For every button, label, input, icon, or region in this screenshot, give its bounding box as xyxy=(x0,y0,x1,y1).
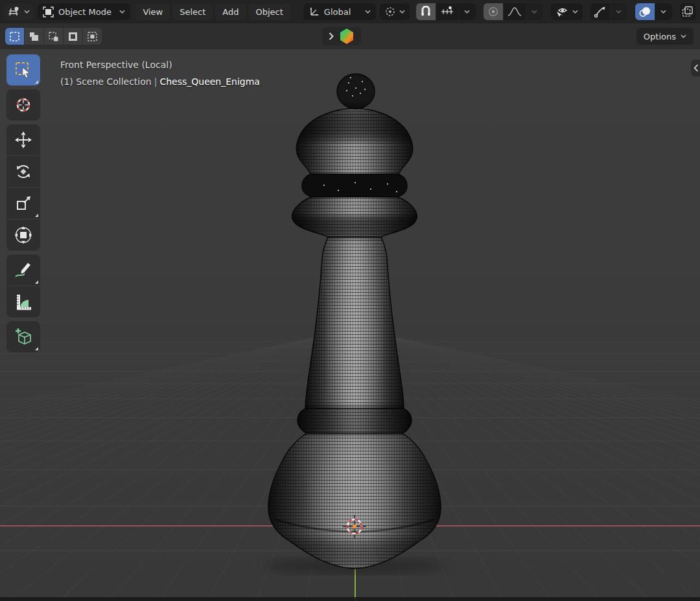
overlays-icon xyxy=(638,6,651,18)
visibility-eye-icon xyxy=(555,6,569,18)
chevron-right-icon xyxy=(329,32,334,40)
rotate-icon xyxy=(14,162,33,181)
chevron-down-icon xyxy=(365,10,371,14)
mesh-data-icon xyxy=(339,28,355,45)
viewport-header: Object Mode View Select Add Object Globa… xyxy=(0,0,700,23)
chevron-down-icon xyxy=(399,10,405,14)
falloff-curve-icon xyxy=(508,6,522,17)
tool-add-cube[interactable] xyxy=(6,321,40,352)
chevron-down-icon xyxy=(531,10,537,14)
viewport-bottom-edge xyxy=(0,597,700,601)
proportional-editing-toggle[interactable] xyxy=(484,3,503,20)
options-button[interactable]: Options xyxy=(636,28,694,45)
mode-label: Object Mode xyxy=(58,7,111,17)
select-mode-extend[interactable] xyxy=(25,28,43,45)
show-overlays-toggle[interactable] xyxy=(635,3,655,20)
chevron-down-icon xyxy=(119,10,125,14)
scale-icon xyxy=(14,194,33,213)
object-mode-icon xyxy=(43,6,54,17)
tool-move[interactable] xyxy=(6,124,40,155)
chevron-down-icon xyxy=(616,10,622,14)
select-mode-set[interactable] xyxy=(5,28,24,45)
proportional-dropdown[interactable] xyxy=(526,3,543,20)
sidebar-expand-toggle[interactable] xyxy=(691,60,700,76)
transform-icon xyxy=(14,225,33,245)
magnet-icon xyxy=(420,6,432,17)
tool-rotate[interactable] xyxy=(6,156,40,187)
pivot-point-icon xyxy=(384,6,396,17)
pivot-point-selector[interactable] xyxy=(380,3,410,20)
snap-toggle[interactable] xyxy=(416,3,436,20)
chevron-down-icon xyxy=(572,10,578,14)
chevron-down-icon xyxy=(681,34,686,38)
tool-cursor[interactable] xyxy=(6,89,40,120)
tool-measure[interactable] xyxy=(6,286,40,317)
toolbar xyxy=(6,54,40,352)
tool-settings-bar: Options xyxy=(0,23,700,49)
viewport-editor-icon xyxy=(8,6,21,17)
measure-icon xyxy=(14,292,33,312)
select-mode-invert[interactable] xyxy=(64,28,82,45)
select-box-icon xyxy=(14,60,33,80)
editor-type-selector[interactable] xyxy=(4,3,34,20)
move-icon xyxy=(14,130,33,150)
scene-canvas xyxy=(0,49,700,601)
proportional-editing-icon xyxy=(487,6,499,17)
select-mode-subtract[interactable] xyxy=(44,28,63,45)
chevron-down-icon xyxy=(24,10,30,14)
gizmo-icon xyxy=(594,6,607,18)
select-mode-intersect[interactable] xyxy=(83,28,102,45)
chevron-down-icon xyxy=(660,10,666,14)
orientation-axes-icon xyxy=(309,6,320,17)
overlays-dropdown[interactable] xyxy=(655,3,672,20)
add-cube-icon xyxy=(14,327,33,346)
cursor-tool-icon xyxy=(14,95,33,115)
options-label: Options xyxy=(644,32,676,41)
menu-add[interactable]: Add xyxy=(215,3,246,20)
tool-select-box[interactable] xyxy=(6,54,40,85)
tool-scale[interactable] xyxy=(6,188,40,219)
orientation-label: Global xyxy=(324,7,351,17)
viewport-3d[interactable]: Front Perspective (Local) (1) Scene Coll… xyxy=(0,49,700,601)
annotate-pencil-icon xyxy=(14,260,33,280)
xray-toggle[interactable] xyxy=(680,3,696,20)
object-type-visibility[interactable] xyxy=(551,3,583,20)
menu-select[interactable]: Select xyxy=(172,3,213,20)
object-origin-dot xyxy=(353,525,356,528)
redo-panel-toggle[interactable] xyxy=(322,27,361,45)
snap-with-button[interactable] xyxy=(436,3,458,20)
crown-orb xyxy=(337,74,375,109)
snap-dropdown[interactable] xyxy=(459,3,476,20)
proportional-falloff-button[interactable] xyxy=(504,3,526,20)
chevron-left-icon xyxy=(694,64,699,72)
snap-increment-icon xyxy=(441,6,454,17)
menu-object[interactable]: Object xyxy=(249,3,290,20)
chevron-down-icon xyxy=(464,10,470,14)
tool-transform[interactable] xyxy=(6,220,40,251)
xray-icon xyxy=(681,5,694,18)
gizmo-dropdown[interactable] xyxy=(611,3,627,20)
tool-annotate[interactable] xyxy=(6,255,40,286)
menu-view[interactable]: View xyxy=(135,3,170,20)
select-mode-group xyxy=(5,28,102,45)
show-gizmo-toggle[interactable] xyxy=(590,3,610,20)
mode-selector[interactable]: Object Mode xyxy=(38,3,130,20)
transform-orientation-selector[interactable]: Global xyxy=(303,3,376,20)
